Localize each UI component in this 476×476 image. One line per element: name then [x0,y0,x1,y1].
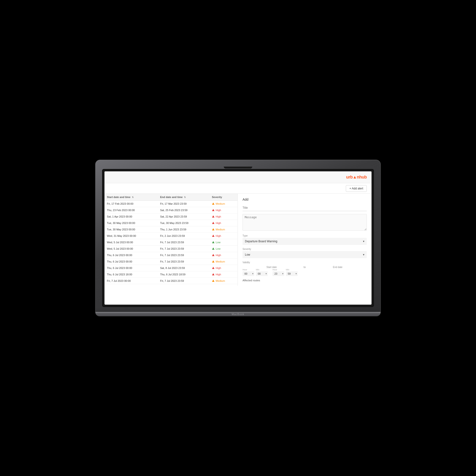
severity-label-text: Medium [216,202,225,205]
table-row[interactable]: Wed, 5 Jul 2023 00:00Fri, 7 Jul 2023 23:… [104,246,238,252]
svg-marker-2 [212,215,214,218]
cell-severity: Low [209,239,238,246]
cell-start-date: Sat, 1 Apr 2023 00:00 [104,214,158,220]
form-panel: Add Type [238,194,372,286]
laptop-body: urb▲nhub + Add alert [95,160,381,312]
severity-label-text: High [216,267,221,270]
severity-badge: Medium [212,260,235,263]
start-hour-label: Hour [242,269,255,271]
table-row[interactable]: Thu, 6 Jul 2023 00:00Fri, 7 Jul 2023 23:… [104,252,238,258]
cell-severity: Medium [209,226,238,233]
severity-badge: Medium [212,228,235,231]
cell-severity: Medium [209,278,238,284]
severity-badge: High [212,254,235,256]
end-hour-select[interactable]: 23 [272,271,284,276]
laptop-base: MacBook [95,312,381,316]
severity-badge: High [212,235,235,237]
end-min-value: 59 [288,272,290,275]
cell-severity: Medium [209,258,238,265]
cell-end-date: Fri, 7 Jul 2023 23:59 [158,278,210,284]
col-end-date[interactable]: End date and time ⇅ [158,194,210,201]
severity-icon [212,273,215,276]
affected-routes-label: Affected routes [242,279,367,282]
svg-marker-6 [212,241,214,243]
laptop-notch [224,167,252,169]
end-min-label: Min [286,269,298,271]
table-row[interactable]: Thu, 6 Jul 2023 18:00Thu, 6 Jul 2023 18:… [104,271,238,278]
start-hour-value: 00 [244,272,247,275]
type-select[interactable]: Departure Board Warning [242,238,367,245]
col-severity: Severity [209,194,238,201]
table-row[interactable]: Tue, 30 May 2023 00:00Thu, 1 Jun 2023 23… [104,226,238,233]
col-start-date[interactable]: Start date and time ⇅ [104,194,158,201]
cell-start-date: Thu, 6 Jul 2023 00:00 [104,258,158,265]
svg-marker-8 [212,254,214,256]
screen-bezel: urb▲nhub + Add alert [102,169,374,307]
table-row[interactable]: Wed, 31 May 2023 00:00Fri, 2 Jun 2023 23… [104,233,238,239]
cell-end-date: Fri, 17 Mar 2023 23:59 [158,201,210,207]
start-hour-select[interactable]: 00 [242,271,255,276]
toolbar: + Add alert [104,183,372,194]
sort-arrow-end: ⇅ [184,196,186,199]
validity-row: Start date to End date [242,266,367,269]
sort-arrow-start: ⇅ [132,196,134,199]
cell-start-date: Tue, 30 May 2023 00:00 [104,220,158,226]
type-label: Type [242,235,367,237]
severity-badge: Medium [212,202,235,205]
cell-end-date: Tue, 30 May 2023 23:59 [158,220,210,226]
cell-start-date: Thu, 23 Feb 2023 00:00 [104,207,158,214]
severity-icon [212,267,215,270]
cell-severity: High [209,252,238,258]
cell-end-date: Sat, 8 Jul 2023 23:59 [158,265,210,271]
table-row[interactable]: Thu, 6 Jul 2023 00:00Fri, 7 Jul 2023 23:… [104,258,238,265]
cell-end-date: Fri, 7 Jul 2023 23:59 [158,239,210,246]
end-min-select[interactable]: 59 [286,271,298,276]
cell-start-date: Thu, 6 Jul 2023 00:00 [104,265,158,271]
table-row[interactable]: Fri, 17 Feb 2023 00:00Fri, 17 Mar 2023 2… [104,201,238,207]
severity-select[interactable]: Low [242,251,367,258]
to-label: to [303,266,306,269]
end-hour-label: Hour [272,269,284,271]
form-section-title: Add [242,198,367,201]
svg-marker-9 [212,260,214,262]
severity-badge: High [212,215,235,218]
severity-label-text: High [216,273,221,276]
cell-severity: High [209,265,238,271]
validity-label: Validity [242,261,367,264]
message-group [242,214,367,232]
svg-marker-4 [212,228,214,230]
table-panel: Start date and time ⇅ End date and time … [104,194,238,286]
end-date-label: End date [333,266,342,269]
cell-end-date: Fri, 7 Jul 2023 23:59 [158,252,210,258]
app-header: urb▲nhub [104,171,372,183]
severity-icon [212,254,215,256]
table-row[interactable]: Sat, 1 Apr 2023 00:00Sat, 22 Apr 2023 23… [104,214,238,220]
end-hour-group: Hour 23 [272,269,284,276]
table-row[interactable]: Wed, 5 Jul 2023 00:00Fri, 7 Jul 2023 23:… [104,239,238,246]
message-textarea[interactable] [242,214,367,231]
start-min-group: Min 00 [256,269,268,276]
table-row[interactable]: Fri, 7 Jul 2023 00:00Fri, 7 Jul 2023 23:… [104,278,238,284]
table-row[interactable]: Tue, 30 May 2023 00:00Tue, 30 May 2023 2… [104,220,238,226]
severity-value: Low [245,253,250,256]
table-row[interactable]: Thu, 6 Jul 2023 00:00Sat, 8 Jul 2023 23:… [104,265,238,271]
add-alert-button[interactable]: + Add alert [346,185,367,192]
start-min-select[interactable]: 00 [256,271,268,276]
title-group [242,205,367,211]
severity-badge: Medium [212,279,235,282]
severity-icon [212,241,215,244]
severity-icon [212,235,215,237]
severity-badge: High [212,273,235,276]
cell-start-date: Thu, 6 Jul 2023 00:00 [104,252,158,258]
cell-severity: High [209,220,238,226]
severity-icon [212,228,215,231]
col-severity-label: Severity [212,196,222,199]
cell-severity: High [209,214,238,220]
cell-end-date: Fri, 7 Jul 2023 23:59 [158,258,210,265]
cell-end-date: Thu, 1 Jun 2023 23:59 [158,226,210,233]
alerts-table: Start date and time ⇅ End date and time … [104,194,238,284]
logo-text-part2: nhub [357,175,367,179]
table-row[interactable]: Thu, 23 Feb 2023 00:00Sat, 25 Feb 2023 2… [104,207,238,214]
title-input[interactable] [242,205,367,211]
svg-marker-7 [212,248,214,250]
